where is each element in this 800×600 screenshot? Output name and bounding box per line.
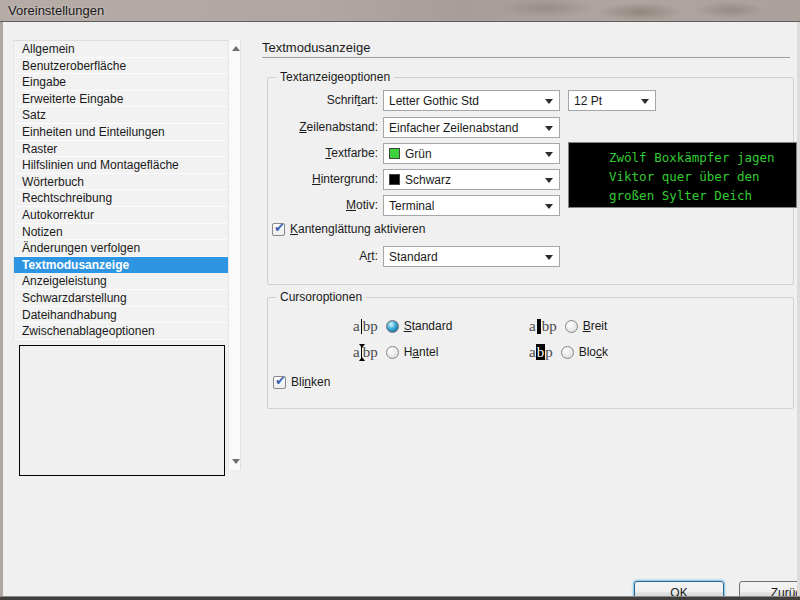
background-label: Hintergrund: [267,169,378,190]
leading-label: Zeilenabstand: [267,117,378,138]
chevron-down-icon [545,255,553,264]
cursor-block-radio[interactable]: abp Block [529,342,608,362]
category-list: AllgemeinBenutzeroberflächeEingabeErweit… [13,40,228,340]
radio-circle[interactable] [561,346,574,359]
cursor-standard-radio[interactable]: abp Standard [353,316,452,336]
chevron-down-icon [545,126,553,135]
theme-label: Motiv: [267,195,378,216]
radio-circle[interactable] [386,320,399,333]
preferences-dialog: Voreinstellungen AllgemeinBenutzeroberfl… [0,0,800,600]
antialias-checkbox[interactable]: ✔ Kantenglättung aktivieren [272,222,425,236]
cursor-options-group: Cursoroptionen abp Standard abp Hantel a… [267,297,794,409]
checkbox-box[interactable]: ✔ [272,223,285,236]
titlebar[interactable]: Voreinstellungen [0,0,800,22]
text-color-label: Textfarbe: [267,143,378,164]
sidebar-item[interactable]: Hilfslinien und Montagefläche [14,157,228,174]
sidebar-item[interactable]: Satz [14,107,228,124]
list-scrollbar[interactable] [228,40,241,470]
sidebar-item[interactable]: Dateihandhabung [14,307,228,324]
sidebar-item[interactable]: Raster [14,141,228,158]
page-title: Textmodusanzeige [262,40,370,55]
radio-circle[interactable] [386,346,399,359]
sidebar-item-selected[interactable]: Textmodusanzeige [14,257,228,274]
cursor-block-icon: abp [529,344,553,361]
sidebar-item[interactable]: Benutzeroberfläche [14,58,228,75]
sidebar-item[interactable]: Zwischenablageoptionen [14,323,228,340]
chevron-down-icon [545,178,553,187]
chevron-down-icon [641,99,649,108]
group-label: Cursoroptionen [276,290,366,304]
sidebar-item[interactable]: Einheiten und Einteilungen [14,124,228,141]
sidebar-item[interactable]: Schwarzdarstellung [14,290,228,307]
leading-select[interactable]: Einfacher Zeilenabstand [383,117,560,138]
sidebar-item[interactable]: Eingabe [14,74,228,91]
check-icon: ✔ [274,220,285,235]
color-swatch [389,148,400,159]
cursor-wide-icon: abp [529,318,557,335]
font-size-select[interactable]: 12 Pt [568,90,656,111]
blink-checkbox[interactable]: ✔ Blinken [273,375,330,389]
check-icon: ✔ [275,373,286,388]
cursor-hantel-radio[interactable]: abp Hantel [353,342,438,362]
antialias-type-label: Art: [267,246,378,267]
sidebar-item[interactable]: Änderungen verfolgen [14,240,228,257]
scroll-down-icon[interactable] [232,459,240,464]
window-border-bottom [0,596,800,600]
scroll-up-icon[interactable] [232,46,240,51]
chevron-down-icon [545,204,553,213]
sidebar-item[interactable]: Notizen [14,224,228,241]
sidebar-item[interactable]: Wörterbuch [14,174,228,191]
checkbox-box[interactable]: ✔ [273,376,286,389]
sidebar-item[interactable]: Erweiterte Eingabe [14,91,228,108]
story-preview: Zwölf Boxkämpfer jagen Viktor quer über … [568,142,797,208]
sidebar-item[interactable]: Allgemein [14,41,228,58]
sidebar-item[interactable]: Anzeigeleistung [14,273,228,290]
cursor-breit-radio[interactable]: abp Breit [529,316,607,336]
background-select[interactable]: Schwarz [383,169,560,190]
sidebar-item[interactable]: Rechtschreibung [14,190,228,207]
font-label: Schriftart: [267,90,378,111]
window-title: Voreinstellungen [8,3,104,18]
cursor-standard-icon: abp [353,318,378,335]
radio-circle[interactable] [565,320,578,333]
text-color-select[interactable]: Grün [383,143,560,164]
title-rule [262,57,790,58]
color-swatch [389,174,400,185]
theme-select[interactable]: Terminal [383,195,560,216]
chevron-down-icon [545,152,553,161]
antialias-type-select[interactable]: Standard [383,246,560,267]
sidebar-item[interactable]: Autokorrektur [14,207,228,224]
cursor-barbell-icon: abp [353,344,378,361]
font-select[interactable]: Letter Gothic Std [383,90,560,111]
group-label: Textanzeigeoptionen [276,70,394,84]
window-border-left [0,22,3,600]
sidebar-preview-box [19,345,225,476]
chevron-down-icon [545,99,553,108]
